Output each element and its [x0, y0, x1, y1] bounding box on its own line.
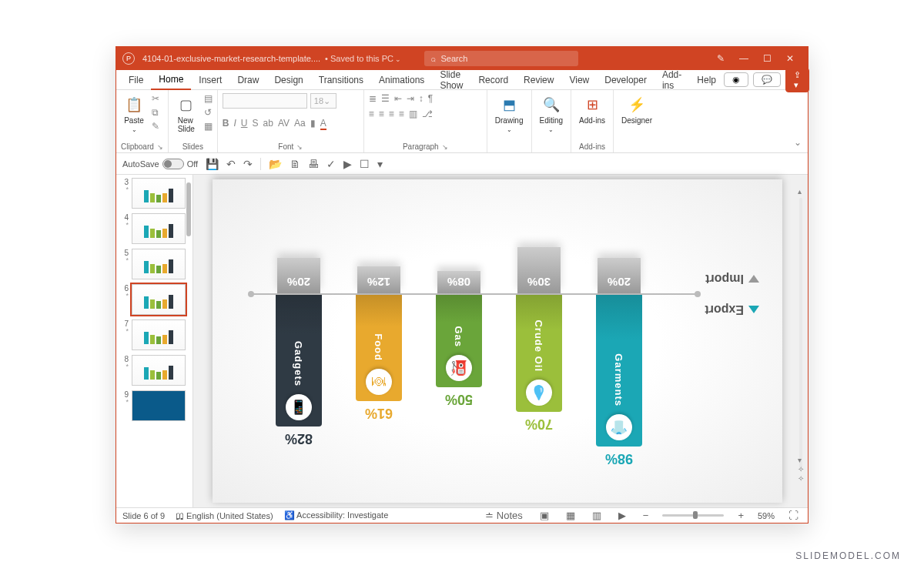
- shadow-button[interactable]: ab: [263, 118, 273, 129]
- numbering-icon[interactable]: ☰: [381, 93, 390, 104]
- slide-thumbnail[interactable]: [132, 319, 186, 350]
- tab-design[interactable]: Design: [266, 70, 310, 90]
- import-bar[interactable]: 20%: [277, 258, 320, 293]
- format-painter-icon[interactable]: ✎: [152, 121, 159, 132]
- indent-dec-icon[interactable]: ⇤: [394, 93, 402, 104]
- font-family-combo[interactable]: [223, 93, 307, 109]
- save-icon[interactable]: 💾: [206, 158, 219, 170]
- slide[interactable]: Export Import 98%👕Garments20%70%💧Crude O…: [213, 179, 782, 503]
- quick-print-icon[interactable]: 🖶: [308, 158, 319, 170]
- tab-view[interactable]: View: [561, 70, 597, 90]
- slide-thumbnail[interactable]: [132, 355, 186, 386]
- export-bar[interactable]: 98%👕Garments: [596, 295, 642, 447]
- minimize-button[interactable]: —: [732, 53, 755, 64]
- strike-button[interactable]: S: [253, 118, 259, 129]
- slide-thumbnail[interactable]: [132, 213, 186, 244]
- fit-window-icon[interactable]: ⛶: [785, 510, 802, 521]
- spell-icon[interactable]: ✓: [326, 158, 336, 170]
- case-button[interactable]: Aa: [294, 118, 306, 129]
- indent-inc-icon[interactable]: ⇥: [407, 93, 414, 104]
- notes-button[interactable]: ≐ Notes: [482, 510, 526, 521]
- slide-position[interactable]: Slide 6 of 9: [122, 511, 165, 520]
- export-bar[interactable]: 61%🍽Food: [356, 295, 402, 401]
- font-launcher-icon[interactable]: ↘: [296, 143, 303, 151]
- export-bar[interactable]: 82%📱Gadgets: [276, 295, 322, 426]
- camera-button[interactable]: ◉: [724, 72, 748, 87]
- font-size-combo[interactable]: 18⌄: [310, 93, 336, 109]
- search-box[interactable]: ⌕ Search: [424, 51, 578, 66]
- convert-icon[interactable]: ⎇: [422, 109, 433, 119]
- qat-more-icon[interactable]: ▾: [377, 158, 383, 170]
- share-button[interactable]: ⇪ ▾: [785, 68, 809, 92]
- import-bar[interactable]: 20%: [598, 258, 641, 293]
- canvas-scrollbar[interactable]: ▴ ▾ ✧ ✧: [797, 190, 805, 477]
- copy-icon[interactable]: ⧉: [152, 107, 159, 118]
- slide-thumbnail[interactable]: [132, 284, 186, 315]
- tab-transitions[interactable]: Transitions: [311, 70, 371, 90]
- tab-insert[interactable]: Insert: [191, 70, 229, 90]
- tab-animations[interactable]: Animations: [371, 70, 432, 90]
- from-beginning-icon[interactable]: ▶: [343, 158, 352, 170]
- reset-icon[interactable]: ↺: [204, 107, 213, 118]
- redo-icon[interactable]: ↷: [243, 158, 253, 170]
- layout-icon[interactable]: ▤: [204, 93, 213, 104]
- paste-button[interactable]: 📋Paste⌄: [121, 93, 147, 135]
- bold-button[interactable]: B: [223, 118, 229, 129]
- normal-view-icon[interactable]: ▣: [537, 510, 552, 521]
- tab-draw[interactable]: Draw: [229, 70, 266, 90]
- undo-icon[interactable]: ↶: [226, 158, 236, 170]
- export-bar[interactable]: 50%⛽Gas: [436, 295, 482, 387]
- font-color-button[interactable]: A: [320, 118, 326, 129]
- import-bar[interactable]: 12%: [357, 266, 400, 293]
- zoom-in-button[interactable]: +: [735, 510, 747, 521]
- sorter-view-icon[interactable]: ▦: [563, 510, 578, 521]
- maximize-button[interactable]: ☐: [755, 53, 778, 64]
- slide-thumbnail[interactable]: [132, 390, 186, 421]
- cut-icon[interactable]: ✂: [152, 93, 159, 104]
- columns-icon[interactable]: ▥: [409, 109, 417, 119]
- italic-button[interactable]: I: [233, 118, 236, 129]
- clipboard-launcher-icon[interactable]: ↘: [157, 143, 163, 151]
- tab-review[interactable]: Review: [516, 70, 561, 90]
- line-spacing-icon[interactable]: ↕: [419, 93, 424, 104]
- comments-button[interactable]: 💬: [753, 72, 781, 87]
- autosave-toggle[interactable]: AutoSaveOff: [122, 159, 198, 169]
- justify-icon[interactable]: ≡: [399, 109, 404, 119]
- close-button[interactable]: ✕: [778, 53, 802, 64]
- import-bar[interactable]: 30%: [517, 247, 561, 293]
- designer-button[interactable]: ⚡Designer: [618, 93, 655, 126]
- export-bar[interactable]: 70%💧Crude Oil: [516, 295, 562, 412]
- align-left-icon[interactable]: ≡: [369, 109, 374, 119]
- import-bar[interactable]: 08%: [437, 271, 480, 293]
- open-icon[interactable]: 📂: [269, 158, 282, 170]
- tab-addins[interactable]: Add-ins: [654, 70, 689, 90]
- collapse-ribbon-icon[interactable]: ⌄: [794, 137, 802, 148]
- zoom-slider[interactable]: [662, 514, 724, 517]
- tab-home[interactable]: Home: [151, 70, 191, 90]
- addins-button[interactable]: ⊞Add-ins: [576, 93, 608, 126]
- save-status[interactable]: • Saved to this PC: [325, 54, 401, 63]
- align-right-icon[interactable]: ≡: [389, 109, 394, 119]
- drawing-button[interactable]: ⬒Drawing⌄: [492, 93, 527, 135]
- reading-view-icon[interactable]: ▥: [589, 510, 604, 521]
- bullets-icon[interactable]: ≣: [369, 93, 377, 104]
- underline-button[interactable]: U: [241, 118, 248, 129]
- new-slide-button[interactable]: ▢New Slide: [173, 93, 199, 135]
- language-status[interactable]: 🕮 English (United States): [176, 511, 273, 520]
- new-icon[interactable]: 🗎: [290, 158, 300, 170]
- tab-slideshow[interactable]: Slide Show: [432, 70, 470, 90]
- slideshow-view-icon[interactable]: ▶: [615, 510, 629, 521]
- text-dir-icon[interactable]: ¶: [428, 93, 433, 104]
- tab-help[interactable]: Help: [689, 70, 724, 90]
- align-center-icon[interactable]: ≡: [379, 109, 384, 119]
- spacing-button[interactable]: AV: [278, 118, 290, 129]
- thumbs-scrollbar[interactable]: [186, 182, 191, 236]
- slide-thumbnail[interactable]: [132, 178, 186, 209]
- zoom-level[interactable]: 59%: [758, 511, 775, 520]
- section-icon[interactable]: ▦: [204, 121, 213, 132]
- ink-icon[interactable]: ✎: [709, 53, 732, 64]
- paragraph-launcher-icon[interactable]: ↘: [442, 143, 448, 151]
- tab-file[interactable]: File: [121, 70, 151, 90]
- zoom-out-button[interactable]: −: [640, 510, 652, 521]
- touch-mode-icon[interactable]: ☐: [360, 158, 370, 170]
